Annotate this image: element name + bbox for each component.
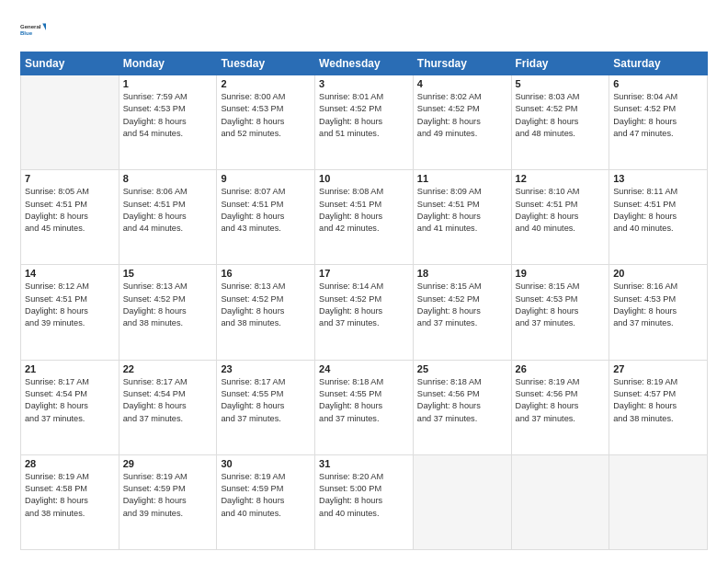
day-info: Sunrise: 8:02 AM Sunset: 4:52 PM Dayligh… [417,91,507,140]
day-info: Sunrise: 7:59 AM Sunset: 4:53 PM Dayligh… [123,91,213,140]
day-number: 16 [221,268,311,279]
day-number: 17 [319,268,409,279]
day-info: Sunrise: 8:20 AM Sunset: 5:00 PM Dayligh… [319,471,409,520]
calendar-cell: 3Sunrise: 8:01 AM Sunset: 4:52 PM Daylig… [315,75,414,170]
logo-icon: GeneralBlue [20,17,46,42]
calendar-cell: 29Sunrise: 8:19 AM Sunset: 4:59 PM Dayli… [119,454,217,549]
calendar-cell: 11Sunrise: 8:09 AM Sunset: 4:51 PM Dayli… [413,170,511,265]
weekday-header-row: SundayMondayTuesdayWednesdayThursdayFrid… [21,52,708,75]
logo: GeneralBlue [20,17,46,42]
week-row-2: 7Sunrise: 8:05 AM Sunset: 4:51 PM Daylig… [21,170,708,265]
calendar-cell: 24Sunrise: 8:18 AM Sunset: 4:55 PM Dayli… [315,360,414,454]
day-number: 26 [516,363,606,374]
day-number: 29 [123,458,213,469]
calendar-cell: 17Sunrise: 8:14 AM Sunset: 4:52 PM Dayli… [315,265,414,360]
day-number: 10 [319,173,409,184]
calendar-cell: 23Sunrise: 8:17 AM Sunset: 4:55 PM Dayli… [217,360,315,454]
calendar-cell: 30Sunrise: 8:19 AM Sunset: 4:59 PM Dayli… [217,454,315,549]
calendar-cell: 6Sunrise: 8:04 AM Sunset: 4:52 PM Daylig… [609,75,708,170]
day-number: 6 [613,78,703,89]
calendar-cell: 7Sunrise: 8:05 AM Sunset: 4:51 PM Daylig… [21,170,119,265]
day-info: Sunrise: 8:15 AM Sunset: 4:52 PM Dayligh… [417,281,507,329]
calendar-cell: 16Sunrise: 8:13 AM Sunset: 4:52 PM Dayli… [217,265,315,360]
header: GeneralBlue [20,17,708,42]
day-info: Sunrise: 8:12 AM Sunset: 4:51 PM Dayligh… [25,281,115,329]
day-number: 30 [221,458,311,469]
day-number: 12 [516,173,606,184]
day-info: Sunrise: 8:10 AM Sunset: 4:51 PM Dayligh… [516,186,606,235]
svg-marker-2 [42,23,46,29]
week-row-1: 1Sunrise: 7:59 AM Sunset: 4:53 PM Daylig… [21,75,708,170]
calendar-cell: 8Sunrise: 8:06 AM Sunset: 4:51 PM Daylig… [119,170,217,265]
day-info: Sunrise: 8:16 AM Sunset: 4:53 PM Dayligh… [613,281,703,329]
day-info: Sunrise: 8:19 AM Sunset: 4:58 PM Dayligh… [25,471,115,520]
day-info: Sunrise: 8:14 AM Sunset: 4:52 PM Dayligh… [319,281,409,329]
calendar-cell: 18Sunrise: 8:15 AM Sunset: 4:52 PM Dayli… [413,265,511,360]
calendar-cell: 21Sunrise: 8:17 AM Sunset: 4:54 PM Dayli… [21,360,119,454]
calendar-table: SundayMondayTuesdayWednesdayThursdayFrid… [20,52,708,550]
calendar-cell [21,75,119,170]
day-number: 31 [319,458,409,469]
weekday-header-thursday: Thursday [413,52,511,75]
day-info: Sunrise: 8:01 AM Sunset: 4:52 PM Dayligh… [319,91,409,140]
page: GeneralBlue SundayMondayTuesdayWednesday… [0,0,728,563]
calendar-cell: 26Sunrise: 8:19 AM Sunset: 4:56 PM Dayli… [511,360,609,454]
day-number: 27 [613,363,703,374]
day-info: Sunrise: 8:04 AM Sunset: 4:52 PM Dayligh… [613,91,703,140]
day-info: Sunrise: 8:07 AM Sunset: 4:51 PM Dayligh… [221,186,311,235]
day-info: Sunrise: 8:09 AM Sunset: 4:51 PM Dayligh… [417,186,507,235]
day-info: Sunrise: 8:17 AM Sunset: 4:55 PM Dayligh… [221,376,311,425]
week-row-5: 28Sunrise: 8:19 AM Sunset: 4:58 PM Dayli… [21,454,708,549]
calendar-cell: 4Sunrise: 8:02 AM Sunset: 4:52 PM Daylig… [413,75,511,170]
day-info: Sunrise: 8:19 AM Sunset: 4:56 PM Dayligh… [516,376,606,425]
day-number: 14 [25,268,115,279]
day-number: 20 [613,268,703,279]
calendar-cell: 2Sunrise: 8:00 AM Sunset: 4:53 PM Daylig… [217,75,315,170]
calendar-cell: 22Sunrise: 8:17 AM Sunset: 4:54 PM Dayli… [119,360,217,454]
calendar-cell: 9Sunrise: 8:07 AM Sunset: 4:51 PM Daylig… [217,170,315,265]
day-info: Sunrise: 8:17 AM Sunset: 4:54 PM Dayligh… [25,376,115,425]
day-info: Sunrise: 8:18 AM Sunset: 4:56 PM Dayligh… [417,376,507,425]
day-number: 4 [417,78,507,89]
day-number: 3 [319,78,409,89]
day-info: Sunrise: 8:03 AM Sunset: 4:52 PM Dayligh… [516,91,606,140]
day-info: Sunrise: 8:17 AM Sunset: 4:54 PM Dayligh… [123,376,213,425]
day-number: 23 [221,363,311,374]
day-number: 8 [123,173,213,184]
calendar-cell: 15Sunrise: 8:13 AM Sunset: 4:52 PM Dayli… [119,265,217,360]
day-number: 22 [123,363,213,374]
week-row-3: 14Sunrise: 8:12 AM Sunset: 4:51 PM Dayli… [21,265,708,360]
day-info: Sunrise: 8:13 AM Sunset: 4:52 PM Dayligh… [221,281,311,329]
day-number: 24 [319,363,409,374]
week-row-4: 21Sunrise: 8:17 AM Sunset: 4:54 PM Dayli… [21,360,708,454]
day-number: 1 [123,78,213,89]
calendar-cell: 13Sunrise: 8:11 AM Sunset: 4:51 PM Dayli… [609,170,708,265]
day-number: 11 [417,173,507,184]
calendar-cell: 20Sunrise: 8:16 AM Sunset: 4:53 PM Dayli… [609,265,708,360]
day-number: 7 [25,173,115,184]
day-info: Sunrise: 8:19 AM Sunset: 4:57 PM Dayligh… [613,376,703,425]
weekday-header-friday: Friday [511,52,609,75]
weekday-header-tuesday: Tuesday [217,52,315,75]
calendar-cell: 25Sunrise: 8:18 AM Sunset: 4:56 PM Dayli… [413,360,511,454]
calendar-cell: 1Sunrise: 7:59 AM Sunset: 4:53 PM Daylig… [119,75,217,170]
calendar-cell: 19Sunrise: 8:15 AM Sunset: 4:53 PM Dayli… [511,265,609,360]
calendar-cell: 27Sunrise: 8:19 AM Sunset: 4:57 PM Dayli… [609,360,708,454]
weekday-header-wednesday: Wednesday [315,52,414,75]
weekday-header-sunday: Sunday [21,52,119,75]
day-number: 18 [417,268,507,279]
day-info: Sunrise: 8:13 AM Sunset: 4:52 PM Dayligh… [123,281,213,329]
calendar-cell: 12Sunrise: 8:10 AM Sunset: 4:51 PM Dayli… [511,170,609,265]
calendar-cell [511,454,609,549]
day-number: 25 [417,363,507,374]
day-number: 21 [25,363,115,374]
day-info: Sunrise: 8:05 AM Sunset: 4:51 PM Dayligh… [25,186,115,235]
day-info: Sunrise: 8:06 AM Sunset: 4:51 PM Dayligh… [123,186,213,235]
calendar-cell [413,454,511,549]
day-number: 5 [516,78,606,89]
day-number: 13 [613,173,703,184]
day-number: 15 [123,268,213,279]
day-info: Sunrise: 8:11 AM Sunset: 4:51 PM Dayligh… [613,186,703,235]
svg-text:General: General [20,24,41,29]
day-number: 19 [516,268,606,279]
